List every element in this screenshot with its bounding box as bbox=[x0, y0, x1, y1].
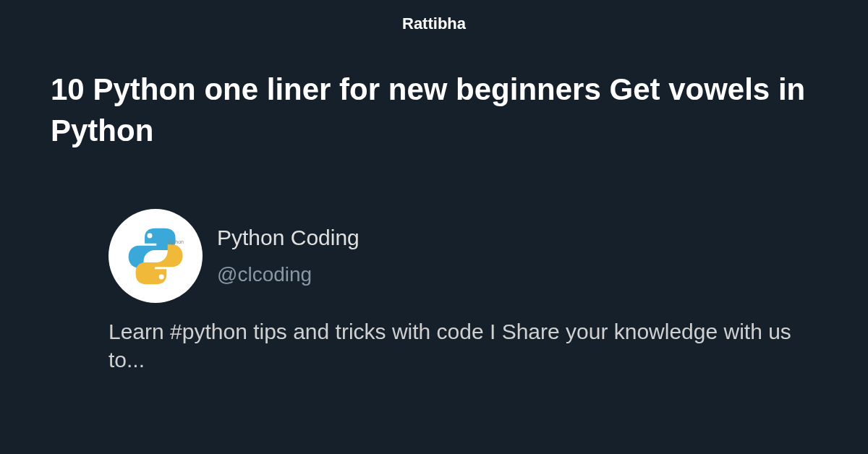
author-description: Learn #python tips and tricks with code … bbox=[109, 317, 817, 374]
svg-point-1 bbox=[158, 274, 163, 279]
svg-point-0 bbox=[147, 233, 152, 238]
author-info: Python Coding @clcoding bbox=[217, 226, 359, 286]
avatar: Python bbox=[109, 209, 203, 303]
author-handle: @clcoding bbox=[217, 263, 359, 286]
brand-title: Rattibha bbox=[51, 14, 817, 33]
author-name: Python Coding bbox=[217, 226, 359, 250]
post-title: 10 Python one liner for new beginners Ge… bbox=[51, 69, 817, 151]
python-logo-icon bbox=[125, 226, 187, 287]
author-section: Python Python Coding @clcoding bbox=[109, 209, 817, 303]
python-label: Python bbox=[168, 239, 184, 244]
